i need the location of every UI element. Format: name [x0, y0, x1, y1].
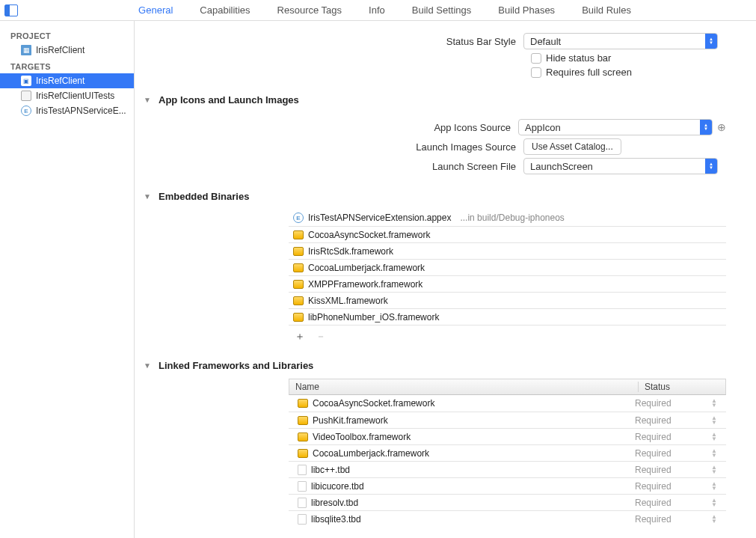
status-bar-style-popup[interactable]: Default ▲▼ — [523, 33, 718, 49]
item-name: VideoToolbox.framework — [313, 432, 411, 442]
sidebar-target-app[interactable]: ▣ IrisRefClient — [0, 73, 134, 88]
tab-general[interactable]: General — [137, 1, 174, 19]
item-name: libc++.tbd — [311, 465, 350, 475]
uitest-icon — [21, 91, 31, 101]
tab-resource-tags[interactable]: Resource Tags — [276, 1, 343, 19]
app-icons-migrate-icon[interactable]: ⊕ — [717, 121, 726, 133]
item-name: KissXML.framework — [308, 296, 388, 306]
sidebar-project-header: PROJECT — [0, 27, 134, 43]
table-row[interactable]: PushKit.frameworkRequired▲▼ — [289, 412, 726, 428]
list-item[interactable]: IrisRtcSdk.framework — [289, 242, 726, 259]
app-icon: ▣ — [21, 76, 31, 86]
section-title-linked: Linked Frameworks and Libraries — [159, 360, 313, 371]
item-name: XMPPFramework.framework — [308, 279, 422, 290]
status-cell[interactable]: Required▲▼ — [635, 481, 722, 492]
use-asset-catalog-label: Use Asset Catalog... — [532, 141, 613, 152]
hide-status-bar-label: Hide status bar — [546, 52, 611, 64]
chevron-updown-icon: ▲▼ — [700, 120, 712, 135]
table-row[interactable]: CocoaAsyncSocket.frameworkRequired▲▼ — [289, 395, 726, 412]
sidebar-project-item[interactable]: ▦ IrisRefClient — [0, 43, 134, 58]
chevron-updown-icon: ▲▼ — [705, 159, 717, 174]
status-value: Required — [635, 498, 672, 508]
linked-header-status[interactable]: Status — [639, 382, 725, 392]
remove-embedded-button[interactable]: － — [316, 330, 326, 343]
status-bar-style-value: Default — [530, 36, 561, 47]
status-value: Required — [635, 398, 672, 409]
status-stepper-icon[interactable]: ▲▼ — [711, 416, 717, 425]
file-icon — [298, 481, 307, 492]
use-asset-catalog-button[interactable]: Use Asset Catalog... — [523, 138, 621, 155]
project-sidebar: PROJECT ▦ IrisRefClient TARGETS ▣ IrisRe… — [0, 21, 135, 538]
section-title-app-icons: App Icons and Launch Images — [159, 94, 299, 106]
file-icon — [298, 498, 307, 508]
status-stepper-icon[interactable]: ▲▼ — [711, 498, 717, 507]
framework-icon — [298, 449, 308, 458]
status-cell[interactable]: Required▲▼ — [635, 448, 722, 459]
status-cell[interactable]: Required▲▼ — [635, 498, 722, 508]
toggle-panel-button[interactable] — [4, 4, 18, 16]
list-item[interactable]: EIrisTestAPNServiceExtension.appex...in … — [289, 210, 726, 226]
tab-build-phases[interactable]: Build Phases — [497, 1, 556, 19]
requires-full-screen-checkbox[interactable] — [531, 67, 541, 78]
framework-icon — [293, 296, 304, 305]
hide-status-bar-checkbox[interactable] — [531, 53, 541, 64]
item-name: libresolv.tbd — [311, 498, 358, 508]
tab-capabilities[interactable]: Capabilities — [198, 1, 251, 19]
table-row[interactable]: VideoToolbox.frameworkRequired▲▼ — [289, 428, 726, 444]
sidebar-target-extension[interactable]: E IrisTestAPNServiceE... — [0, 103, 134, 118]
sidebar-target-label: IrisRefClient — [36, 76, 84, 86]
tab-build-rules[interactable]: Build Rules — [580, 1, 633, 19]
embedded-binaries-list: EIrisTestAPNServiceExtension.appex...in … — [289, 210, 726, 325]
editor-tabs: GeneralCapabilitiesResource TagsInfoBuil… — [18, 1, 752, 19]
add-embedded-button[interactable]: ＋ — [295, 330, 305, 343]
status-stepper-icon[interactable]: ▲▼ — [711, 482, 717, 491]
status-cell[interactable]: Required▲▼ — [635, 465, 722, 475]
status-stepper-icon[interactable]: ▲▼ — [711, 465, 717, 474]
tab-build-settings[interactable]: Build Settings — [411, 1, 473, 19]
status-value: Required — [635, 481, 672, 492]
framework-icon — [298, 416, 308, 425]
app-icons-source-popup[interactable]: AppIcon ▲▼ — [518, 119, 713, 135]
editor-top-bar: GeneralCapabilitiesResource TagsInfoBuil… — [0, 0, 756, 21]
table-row[interactable]: libresolv.tbdRequired▲▼ — [289, 494, 726, 510]
app-icons-source-label: App Icons Source — [142, 122, 518, 133]
sidebar-target-label: IrisTestAPNServiceE... — [36, 106, 126, 116]
status-cell[interactable]: Required▲▼ — [635, 432, 722, 442]
status-stepper-icon[interactable]: ▲▼ — [711, 399, 717, 408]
section-title-embedded: Embedded Binaries — [159, 191, 249, 202]
framework-icon — [298, 432, 308, 441]
status-stepper-icon[interactable]: ▲▼ — [711, 432, 717, 441]
status-cell[interactable]: Required▲▼ — [635, 398, 722, 409]
status-cell[interactable]: Required▲▼ — [635, 415, 722, 426]
table-row[interactable]: libc++.tbdRequired▲▼ — [289, 461, 726, 477]
status-stepper-icon[interactable]: ▲▼ — [711, 449, 717, 458]
list-item[interactable]: KissXML.framework — [289, 292, 726, 308]
launch-screen-file-popup[interactable]: LaunchScreen ▲▼ — [523, 158, 718, 174]
list-item[interactable]: CocoaAsyncSocket.framework — [289, 226, 726, 242]
status-stepper-icon[interactable]: ▲▼ — [711, 515, 717, 524]
disclosure-triangle-icon[interactable]: ▼ — [142, 96, 153, 104]
table-row[interactable]: libsqlite3.tbdRequired▲▼ — [289, 510, 726, 527]
item-name: CocoaLumberjack.framework — [308, 263, 425, 273]
item-name: IrisRtcSdk.framework — [308, 246, 393, 257]
status-cell[interactable]: Required▲▼ — [635, 514, 722, 525]
table-row[interactable]: CocoaLumberjack.frameworkRequired▲▼ — [289, 444, 726, 461]
list-item[interactable]: XMPPFramework.framework — [289, 275, 726, 292]
item-name: CocoaLumberjack.framework — [313, 448, 429, 459]
status-value: Required — [635, 514, 672, 525]
table-row[interactable]: libicucore.tbdRequired▲▼ — [289, 477, 726, 494]
tab-info[interactable]: Info — [367, 1, 387, 19]
list-item[interactable]: libPhoneNumber_iOS.framework — [289, 308, 726, 325]
framework-icon — [293, 263, 304, 272]
sidebar-target-uitests[interactable]: IrisRefClientUITests — [0, 88, 134, 103]
disclosure-triangle-icon[interactable]: ▼ — [142, 192, 153, 201]
status-value: Required — [635, 448, 672, 459]
linked-header-name[interactable]: Name — [289, 382, 639, 392]
sidebar-target-label: IrisRefClientUITests — [36, 91, 114, 101]
disclosure-triangle-icon[interactable]: ▼ — [142, 361, 153, 370]
status-value: Required — [635, 415, 672, 426]
status-bar-style-label: Status Bar Style — [142, 36, 523, 47]
list-item[interactable]: CocoaLumberjack.framework — [289, 259, 726, 275]
requires-full-screen-label: Requires full screen — [546, 67, 632, 78]
blueprint-icon: ▦ — [21, 45, 31, 55]
